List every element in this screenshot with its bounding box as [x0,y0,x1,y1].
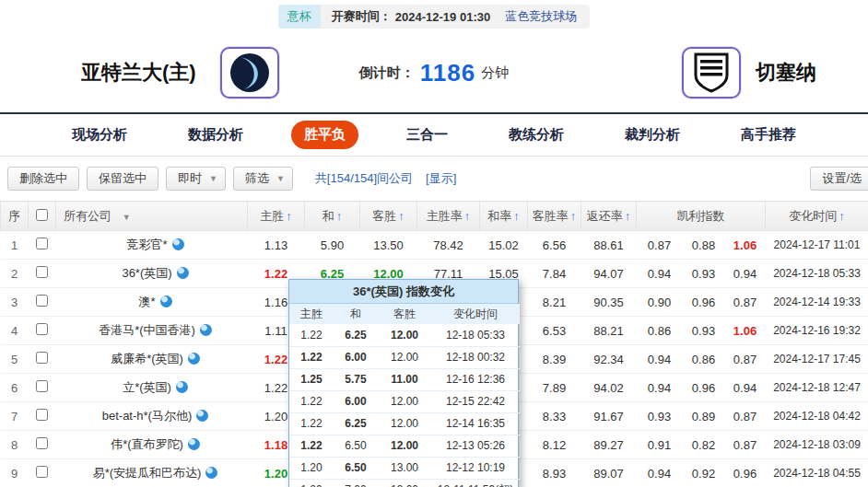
popup-change-time: 12-13 05:26 [431,435,520,457]
return-rate: 94.02 [581,374,637,402]
company-filter-icon[interactable]: ▼ [123,213,131,222]
return-rate: 88.21 [581,317,637,345]
company-cell[interactable]: 香港马*(中国香港) [56,317,248,345]
away-rate: 6.56 [528,231,581,260]
company-info-icon[interactable] [172,238,184,250]
row-checkbox[interactable] [36,266,48,278]
home-odds[interactable]: 1.13 [248,231,305,260]
company-name[interactable]: 36*(英国) [122,266,171,280]
match-info-bar: 意杯 开赛时间： 2024-12-19 01:30 蓝色竞技球场 [0,0,868,33]
popup-row: 1.22 6.50 12.00 12-13 05:26 [289,435,520,457]
league-badge[interactable]: 意杯 [278,5,321,29]
company-name[interactable]: bet-at-h*(马尔他) [102,409,193,423]
tab-referee-analysis[interactable]: 裁判分析 [612,121,693,149]
header-company[interactable]: 所有公司 ▼ [56,202,248,231]
tab-win-draw-loss[interactable]: 胜平负 [291,121,358,149]
company-cell[interactable]: 竞彩官* [56,231,248,260]
row-seq: 8 [1,431,29,459]
tab-coach-analysis[interactable]: 教练分析 [496,121,577,149]
header-change-time[interactable]: 变化时间↑ [766,202,868,231]
odds-history-popup: 36*(英国) 指数变化 主胜 和 客胜 变化时间 1.22 6.25 12.0… [288,279,519,487]
sort-asc-icon[interactable]: ↑ [336,209,343,223]
header-return-rate[interactable]: 返还率↑ [581,202,637,231]
popup-away-odds: 11.00 [378,368,431,390]
header-return-rate-label: 返还率 [587,209,623,223]
company-info-icon[interactable] [200,324,212,336]
header-home-rate[interactable]: 主胜率↑ [417,202,480,231]
header-home-odds[interactable]: 主胜↑ [248,202,305,231]
company-name[interactable]: 澳* [138,295,155,308]
time-filter-dropdown[interactable]: 即时 ▼ [166,167,226,191]
company-info-icon[interactable] [176,381,188,393]
away-odds[interactable]: 13.50 [360,231,417,260]
popup-change-time: 12-16 12:36 [431,368,520,390]
company-info-icon[interactable] [160,296,172,307]
company-cell[interactable]: 易*(安提瓜和巴布达) [56,459,248,487]
company-info-icon[interactable] [196,410,208,422]
company-name[interactable]: 立*(英国) [123,380,171,394]
company-cell[interactable]: 立*(英国) [56,374,248,402]
company-info-icon[interactable] [188,438,200,450]
company-info-icon[interactable] [188,353,200,365]
keep-selected-button[interactable]: 保留选中 [87,167,158,191]
settings-button[interactable]: 设置/选 [810,167,868,191]
row-checkbox-cell [29,260,56,288]
kelly-home: 0.94 [637,459,683,487]
company-name[interactable]: 伟*(直布罗陀) [111,437,183,451]
header-draw-odds[interactable]: 和↑ [305,202,360,231]
kelly-away: 0.94 [725,374,766,402]
filter-dropdown[interactable]: 筛选 ▼ [233,167,293,191]
popup-change-time: 12-14 16:35 [431,412,520,435]
return-rate: 89.07 [581,459,637,487]
popup-home-odds: 1.22 [289,412,334,435]
tab-live-analysis[interactable]: 现场分析 [59,121,140,149]
return-rate: 94.07 [581,260,637,288]
company-name[interactable]: 易*(安提瓜和巴布达) [93,466,202,480]
tab-expert-recommend[interactable]: 高手推荐 [728,121,809,149]
sort-asc-icon[interactable]: ↑ [286,209,292,223]
row-checkbox[interactable] [36,409,48,421]
company-cell[interactable]: 威廉希*(英国) [56,345,248,374]
company-info-icon[interactable] [205,467,217,479]
popup-home-odds: 1.22 [289,390,334,412]
company-name[interactable]: 威廉希*(英国) [111,352,183,365]
row-checkbox[interactable] [36,437,48,449]
row-checkbox[interactable] [36,323,48,335]
countdown: 倒计时： 1186 分钟 [359,59,509,87]
sort-asc-icon[interactable]: ↑ [570,209,577,223]
away-rate: 8.21 [528,288,581,317]
kelly-draw: 0.88 [683,231,725,260]
sort-asc-icon[interactable]: ↑ [625,209,631,223]
tab-data-analysis[interactable]: 数据分析 [175,121,256,149]
draw-odds[interactable]: 5.90 [305,231,360,260]
select-all-checkbox[interactable] [36,209,48,221]
company-cell[interactable]: 澳* [56,288,248,317]
sort-asc-icon[interactable]: ↑ [513,209,520,223]
header-seq: 序 [1,202,29,231]
company-cell[interactable]: 伟*(直布罗陀) [56,431,248,459]
table-row[interactable]: 1 竞彩官* 1.13 5.90 13.50 78.42 15.02 6.56 … [1,231,868,260]
row-checkbox[interactable] [36,380,48,392]
change-time: 2024-12-18 03:09 [766,431,868,459]
company-info-icon[interactable] [177,267,189,279]
sort-asc-icon[interactable]: ↑ [398,209,405,223]
popup-row: 1.25 5.75 11.00 12-16 12:36 [289,368,520,390]
company-cell[interactable]: bet-at-h*(马尔他) [56,402,248,431]
company-name[interactable]: 竞彩官* [126,238,167,251]
header-away-rate[interactable]: 客胜率↑ [528,202,581,231]
header-away-odds[interactable]: 客胜↑ [360,202,417,231]
sort-asc-icon[interactable]: ↑ [839,209,845,223]
row-checkbox[interactable] [36,466,48,478]
header-draw-rate[interactable]: 和率↑ [480,202,528,231]
away-rate: 7.89 [528,374,581,402]
row-checkbox[interactable] [36,352,48,364]
display-link[interactable]: [显示] [426,170,456,187]
tab-three-in-one[interactable]: 三合一 [393,121,461,149]
delete-selected-button[interactable]: 删除选中 [7,167,79,191]
sort-asc-icon[interactable]: ↑ [464,209,471,223]
row-checkbox[interactable] [36,295,48,307]
popup-row: 1.22 6.00 12.00 12-18 00:32 [289,346,520,368]
row-checkbox[interactable] [36,238,48,249]
company-name[interactable]: 香港马*(中国香港) [99,323,195,337]
company-cell[interactable]: 36*(英国) [56,260,248,288]
